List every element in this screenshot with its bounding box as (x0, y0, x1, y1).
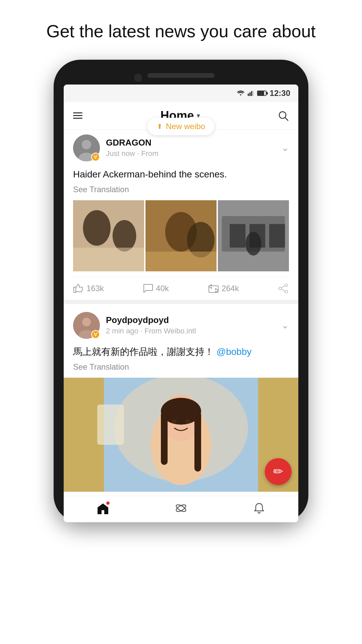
svg-rect-19 (230, 224, 245, 248)
svg-line-28 (282, 289, 285, 291)
post-card-2: V Poydpoydpoyd 2 min ago · From Weibo.in… (64, 304, 298, 492)
post-info: Just now · From (106, 149, 281, 158)
post-2-chevron-icon[interactable]: ⌄ (281, 320, 289, 331)
compose-fab[interactable]: ✏ (265, 458, 292, 485)
svg-point-26 (279, 287, 282, 290)
see-translation-1[interactable]: See Translation (73, 185, 289, 194)
svg-point-22 (245, 232, 261, 256)
post-chevron-icon[interactable]: ⌄ (281, 142, 289, 153)
home-notification-dot (106, 501, 110, 505)
post-username: GDRAGON (106, 138, 281, 148)
repost-button[interactable]: 264k (208, 284, 239, 293)
bottom-nav (64, 496, 298, 522)
svg-rect-41 (194, 411, 201, 472)
verified-badge-2: V (91, 330, 100, 339)
svg-rect-21 (269, 224, 285, 248)
svg-point-10 (83, 210, 110, 246)
svg-point-43 (185, 419, 190, 423)
svg-point-4 (279, 112, 286, 118)
svg-point-7 (82, 140, 91, 149)
post-card: ⬆ New weibo V (64, 130, 298, 300)
comment-button[interactable]: 40k (143, 284, 169, 293)
avatar-wrap-2: V (73, 312, 100, 339)
status-icons: 12:30 (237, 89, 290, 98)
toast-label: New weibo (166, 122, 205, 131)
svg-point-25 (285, 290, 288, 293)
svg-line-27 (282, 286, 285, 288)
phone-speaker (147, 73, 215, 78)
svg-rect-16 (145, 252, 217, 271)
share-button[interactable] (278, 284, 289, 293)
svg-point-11 (113, 220, 136, 251)
post-image-4[interactable] (64, 378, 298, 492)
svg-point-30 (82, 318, 91, 326)
post-username-2: Poydpoydpoyd (106, 315, 281, 325)
search-button[interactable] (278, 110, 289, 121)
svg-rect-12 (73, 248, 144, 271)
see-translation-2[interactable]: See Translation (73, 362, 289, 372)
post-mention[interactable]: @bobby (217, 346, 252, 357)
nav-home[interactable] (97, 502, 109, 514)
phone-camera (134, 74, 142, 82)
post-image-1[interactable] (73, 200, 144, 271)
svg-point-42 (172, 419, 177, 423)
post-content-2: 馬上就有新的作品啦，謝謝支持！ @bobby (73, 345, 289, 359)
svg-rect-36 (97, 405, 124, 445)
post-info-2: 2 min ago · From Weibo.intl (106, 327, 281, 335)
post-content: Haider Ackerman-behind the scenes. (73, 167, 289, 181)
toast-arrow-icon: ⬆ (157, 122, 163, 130)
svg-rect-1 (249, 92, 251, 96)
post-actions: 163k 40k 264k (73, 277, 289, 300)
repost-count: 264k (222, 284, 239, 293)
post-header: V GDRAGON Just now · From ⌄ (73, 135, 289, 161)
like-button[interactable]: 163k (73, 284, 104, 293)
svg-point-24 (285, 284, 288, 286)
phone-screen: 12:30 Home ▾ (64, 85, 298, 522)
svg-rect-3 (252, 90, 253, 96)
like-count: 163k (86, 284, 104, 293)
svg-line-5 (285, 118, 288, 120)
battery-icon (257, 91, 266, 96)
avatar-wrap: V (73, 135, 100, 161)
compose-icon: ✏ (273, 465, 283, 479)
status-time: 12:30 (270, 89, 290, 98)
status-bar: 12:30 (64, 85, 298, 102)
svg-rect-40 (161, 411, 168, 465)
post-image-single: ✏ (64, 378, 298, 492)
post-image-3[interactable] (218, 200, 289, 271)
verified-badge: V (91, 153, 100, 161)
phone-frame: 12:30 Home ▾ (54, 60, 308, 522)
post-image-grid (73, 200, 289, 271)
toast-bubble[interactable]: ⬆ New weibo (147, 118, 215, 135)
feed: ⬆ New weibo V (64, 130, 298, 492)
image-grid-3 (73, 200, 289, 271)
post-meta: GDRAGON Just now · From (106, 138, 281, 158)
comment-count: 40k (156, 284, 169, 293)
nav-discover[interactable] (175, 502, 187, 514)
menu-button[interactable] (73, 112, 82, 119)
svg-rect-2 (251, 91, 252, 96)
wifi-icon (237, 90, 244, 96)
page-headline: Get the latest news you care about (19, 0, 343, 60)
nav-notifications[interactable] (253, 502, 265, 514)
post-meta-2: Poydpoydpoyd 2 min ago · From Weibo.intl (106, 315, 281, 335)
post-header-2: V Poydpoydpoyd 2 min ago · From Weibo.in… (73, 312, 289, 339)
signal-icon (248, 90, 254, 96)
post-image-2[interactable] (145, 200, 217, 271)
svg-rect-0 (248, 93, 249, 96)
